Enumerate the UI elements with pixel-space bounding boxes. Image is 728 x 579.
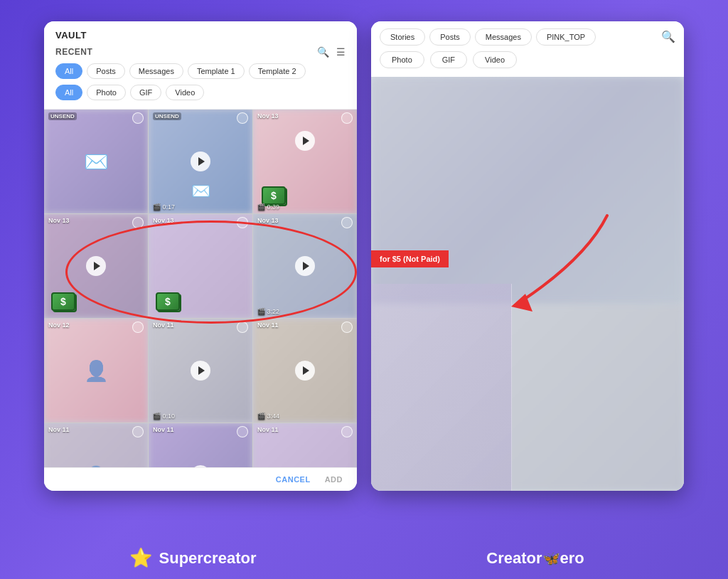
- date-label-4: Nov 13: [48, 217, 70, 224]
- vault-title: VAULT: [55, 30, 346, 41]
- right-search-icon[interactable]: 🔍: [661, 30, 675, 43]
- filter-photo[interactable]: Photo: [380, 51, 424, 68]
- filter-chip-template2[interactable]: Template 2: [249, 63, 306, 79]
- media-cell-7[interactable]: Nov 12 👤: [44, 319, 148, 423]
- select-circle-7[interactable]: [132, 322, 144, 333]
- unsend-label-1: UNSEND: [48, 112, 77, 120]
- cancel-button[interactable]: CANCEL: [276, 475, 311, 484]
- creator-hero-name: Creator🦋ero: [486, 549, 584, 568]
- date-label-12: Nov 11: [257, 426, 279, 433]
- left-phone-panel: VAULT RECENT 🔍 ☰ All Posts Messages Temp…: [44, 21, 357, 491]
- filter-row-2: All Photo GIF Video: [55, 85, 346, 100]
- supercreator-brand: ⭐ Supercreator: [21, 547, 364, 569]
- media-cell-4[interactable]: Nov 13: [44, 214, 148, 318]
- select-circle-6[interactable]: [341, 217, 353, 228]
- filter-chip-template1[interactable]: Template 1: [188, 63, 245, 79]
- price-badge: for $5 (Not Paid): [371, 250, 449, 267]
- right-panel-header: Stories Posts Messages PINK_TOP Photo GI…: [371, 21, 684, 77]
- filter-chip-all[interactable]: All: [55, 63, 82, 79]
- duration-6: 🎬 3:22: [257, 308, 279, 315]
- recent-row: RECENT 🔍 ☰: [55, 46, 346, 58]
- play-btn-4[interactable]: [86, 256, 106, 276]
- date-label-8: Nov 11: [153, 322, 174, 329]
- filter-chip-messages[interactable]: Messages: [129, 63, 183, 79]
- filter-gif[interactable]: GIF: [430, 51, 467, 68]
- main-content: VAULT RECENT 🔍 ☰ All Posts Messages Temp…: [0, 0, 728, 579]
- select-circle-10[interactable]: [132, 426, 144, 437]
- tab-messages[interactable]: Messages: [475, 28, 532, 46]
- money-icon-3: [262, 186, 286, 205]
- select-circle-4[interactable]: [132, 217, 144, 228]
- media-cell-10[interactable]: Nov 11 👤: [44, 423, 148, 467]
- media-cell-6[interactable]: Nov 13 🎬 3:22: [253, 214, 357, 318]
- unsend-label-2: UNSEND: [153, 112, 181, 120]
- media-cell-11[interactable]: Nov 11: [149, 423, 252, 467]
- supercreator-name: Supercreator: [159, 549, 257, 568]
- media-cell-1[interactable]: UNSEND ✉️: [44, 110, 148, 213]
- hero-wing-icon: 🦋: [542, 551, 560, 566]
- branding-bar: ⭐ Supercreator Creator🦋ero: [0, 537, 728, 579]
- recent-label: RECENT: [55, 47, 92, 57]
- media-cell-2[interactable]: UNSEND ✉️ 🎬 0:17: [149, 110, 252, 213]
- play-btn-8[interactable]: [191, 361, 210, 381]
- money-icon-4: [51, 292, 75, 311]
- right-panel-content: for $5 (Not Paid): [371, 77, 684, 491]
- select-circle-3[interactable]: [341, 112, 353, 124]
- right-tabs: Stories Posts Messages PINK_TOP: [380, 28, 675, 46]
- media-cell-9[interactable]: Nov 11 🎬 3:44: [253, 319, 357, 423]
- recent-icons: 🔍 ☰: [317, 46, 346, 58]
- top-blurred-photo: [371, 77, 684, 304]
- search-icon[interactable]: 🔍: [317, 46, 329, 58]
- filter-chip-gif[interactable]: GIF: [130, 85, 161, 100]
- right-filter-row: Photo GIF Video: [380, 51, 675, 68]
- select-circle-1[interactable]: [132, 112, 144, 124]
- select-circle-5[interactable]: [237, 217, 248, 228]
- tab-posts[interactable]: Posts: [429, 28, 471, 46]
- filter-row-1: All Posts Messages Template 1 Template 2: [55, 63, 346, 79]
- date-label-9: Nov 11: [257, 322, 279, 329]
- filter-chip-posts[interactable]: Posts: [87, 63, 125, 79]
- media-cell-8[interactable]: Nov 11 🎬 0:10: [149, 319, 252, 423]
- tab-pink-top[interactable]: PINK_TOP: [536, 28, 596, 46]
- media-cell-3[interactable]: Nov 13 🎬 0:39: [253, 110, 357, 213]
- creator-hero-brand: Creator🦋ero: [364, 549, 707, 568]
- media-cell-12[interactable]: Nov 11 😊: [253, 423, 357, 467]
- media-grid-section: UNSEND ✉️ UNSEND ✉️ 🎬 0:17: [44, 110, 357, 467]
- phone-bottom-bar: CANCEL ADD: [44, 467, 357, 491]
- filter-chip-media-all[interactable]: All: [55, 85, 82, 100]
- add-button[interactable]: ADD: [325, 475, 343, 484]
- filter-chip-photo[interactable]: Photo: [87, 85, 126, 100]
- media-cell-5[interactable]: Nov 13: [149, 214, 252, 318]
- select-circle-9[interactable]: [341, 322, 353, 333]
- star-icon: ⭐: [129, 547, 152, 569]
- select-circle-11[interactable]: [237, 426, 248, 437]
- media-grid: UNSEND ✉️ UNSEND ✉️ 🎬 0:17: [44, 110, 357, 467]
- filter-chip-video[interactable]: Video: [166, 85, 204, 100]
- date-label-7: Nov 12: [48, 322, 70, 329]
- date-label-3: Nov 13: [257, 112, 279, 119]
- duration-9: 🎬 3:44: [257, 413, 279, 420]
- date-label-6: Nov 13: [257, 217, 279, 224]
- duration-2: 🎬 0:17: [153, 203, 175, 211]
- left-panel-header: VAULT RECENT 🔍 ☰ All Posts Messages Temp…: [44, 21, 357, 110]
- right-phone-panel: Stories Posts Messages PINK_TOP Photo GI…: [371, 21, 684, 491]
- right-phone-inner: Stories Posts Messages PINK_TOP Photo GI…: [371, 21, 684, 491]
- play-btn-3[interactable]: [295, 131, 315, 151]
- duration-8: 🎬 0:10: [153, 413, 175, 420]
- money-icon-5: [156, 292, 180, 311]
- phones-row: VAULT RECENT 🔍 ☰ All Posts Messages Temp…: [0, 0, 728, 537]
- date-label-10: Nov 11: [48, 426, 70, 433]
- play-btn-9[interactable]: [295, 361, 315, 381]
- left-phone-inner: VAULT RECENT 🔍 ☰ All Posts Messages Temp…: [44, 21, 357, 491]
- select-circle-2[interactable]: [237, 112, 248, 124]
- filter-video[interactable]: Video: [473, 51, 517, 68]
- filter-icon[interactable]: ☰: [336, 46, 346, 58]
- tab-stories[interactable]: Stories: [380, 28, 425, 46]
- date-label-11: Nov 11: [153, 426, 174, 433]
- duration-3: 🎬 0:39: [257, 203, 279, 211]
- play-btn-6[interactable]: [295, 256, 315, 276]
- date-label-5: Nov 13: [153, 217, 174, 224]
- select-circle-12[interactable]: [341, 426, 353, 437]
- select-circle-8[interactable]: [237, 322, 248, 333]
- play-btn-2[interactable]: [191, 152, 210, 171]
